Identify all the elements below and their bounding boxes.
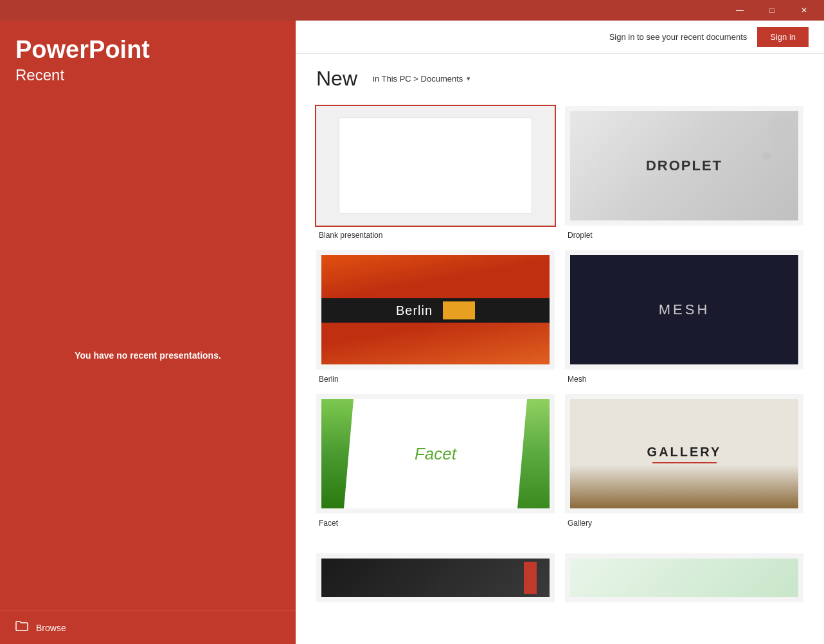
- sign-in-prompt: Sign in to see your recent documents: [609, 32, 748, 42]
- chevron-down-icon: ▾: [467, 75, 470, 83]
- partial-preview-2: [570, 559, 798, 597]
- template-thumb-mesh: MESH: [570, 255, 798, 364]
- no-recent-text: You have no recent presentations.: [49, 350, 247, 361]
- template-label-gallery: Gallery: [565, 519, 803, 528]
- title-bar: — □ ✕: [0, 0, 824, 21]
- template-facet[interactable]: Facet Facet: [311, 389, 560, 533]
- template-gallery[interactable]: GALLERY Gallery: [560, 389, 809, 533]
- berlin-preview: Berlin: [321, 255, 550, 364]
- sidebar: PowerPoint Recent You have no recent pre…: [0, 21, 296, 644]
- template-partial-1[interactable]: [311, 548, 560, 607]
- main-layout: PowerPoint Recent You have no recent pre…: [0, 21, 824, 644]
- template-bottom-row: [296, 548, 824, 613]
- template-thumb-partial-2: [570, 559, 798, 597]
- maximize-button[interactable]: □: [757, 0, 787, 21]
- template-droplet[interactable]: DROPLET Droplet: [560, 101, 809, 245]
- templates-header: New in This PC > Documents ▾: [296, 54, 824, 101]
- template-thumb-wrapper-mesh: MESH: [565, 250, 803, 370]
- path-text: in This PC > Documents: [373, 74, 463, 84]
- template-thumb-facet: Facet: [321, 399, 550, 508]
- template-thumb-wrapper-partial-1: [316, 553, 555, 602]
- gallery-preview: GALLERY: [570, 399, 798, 508]
- close-button[interactable]: ✕: [789, 0, 819, 21]
- template-grid: Blank presentation DROPLET: [296, 101, 824, 548]
- browse-button[interactable]: Browse: [0, 611, 296, 644]
- template-thumb-wrapper-facet: Facet: [316, 394, 555, 514]
- template-berlin[interactable]: Berlin Berlin: [311, 245, 560, 389]
- berlin-accent: [443, 301, 475, 319]
- template-thumb-partial-1: [321, 559, 550, 597]
- facet-left-shape: [321, 399, 354, 508]
- folder-icon: [15, 621, 28, 634]
- template-thumb-wrapper-partial-2: [565, 553, 803, 602]
- circle-big: [767, 116, 793, 142]
- circle-sm: [762, 152, 771, 160]
- template-thumb-droplet: DROPLET: [570, 111, 798, 220]
- recent-label: Recent: [0, 66, 296, 100]
- template-label-droplet: Droplet: [565, 231, 803, 240]
- new-label: New: [316, 67, 357, 91]
- mesh-preview: MESH: [570, 255, 798, 364]
- template-label-berlin: Berlin: [316, 375, 555, 384]
- berlin-bar: Berlin: [321, 298, 550, 323]
- recent-empty-state: You have no recent presentations.: [0, 100, 296, 611]
- template-partial-2[interactable]: [560, 548, 809, 607]
- droplet-preview: DROPLET: [570, 111, 798, 220]
- template-mesh[interactable]: MESH Mesh: [560, 245, 809, 389]
- template-thumb-wrapper-gallery: GALLERY: [565, 394, 803, 514]
- facet-preview: Facet: [321, 399, 550, 508]
- template-thumb-wrapper-berlin: Berlin: [316, 250, 555, 370]
- template-thumb-gallery: GALLERY: [570, 399, 798, 508]
- app-name: PowerPoint: [0, 36, 296, 64]
- template-thumb-blank: [321, 111, 550, 220]
- template-thumb-wrapper-droplet: DROPLET: [565, 106, 803, 226]
- partial-preview-1: [321, 559, 550, 597]
- partial-accent-1: [524, 562, 537, 594]
- browse-label: Browse: [36, 623, 66, 633]
- right-panel: Sign in to see your recent documents Sig…: [296, 21, 824, 644]
- gallery-title: GALLERY: [647, 445, 722, 460]
- path-selector[interactable]: in This PC > Documents ▾: [373, 74, 470, 84]
- template-label-facet: Facet: [316, 519, 555, 528]
- top-bar: Sign in to see your recent documents Sig…: [296, 21, 824, 54]
- templates-section: New in This PC > Documents ▾ Blank prese…: [296, 54, 824, 644]
- circle-med: [773, 139, 787, 153]
- template-thumb-berlin: Berlin: [321, 255, 550, 364]
- template-blank[interactable]: Blank presentation: [311, 101, 560, 245]
- facet-right-shape: [517, 399, 550, 508]
- berlin-text: Berlin: [396, 303, 433, 318]
- minimize-button[interactable]: —: [725, 0, 755, 21]
- blank-slide-preview: [339, 118, 533, 214]
- facet-text: Facet: [415, 444, 456, 464]
- gallery-line: [652, 462, 717, 463]
- template-label-blank: Blank presentation: [316, 231, 555, 240]
- template-thumb-wrapper-blank: [316, 106, 555, 226]
- template-label-mesh: Mesh: [565, 375, 803, 384]
- sign-in-button[interactable]: Sign in: [757, 27, 809, 47]
